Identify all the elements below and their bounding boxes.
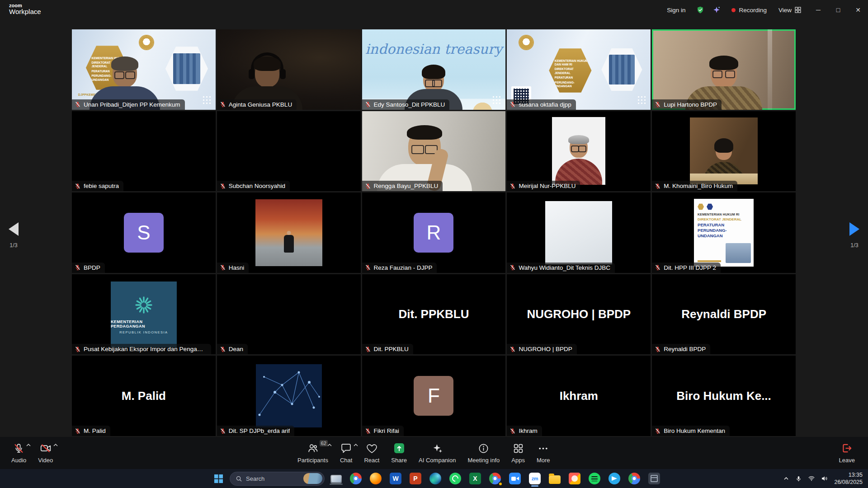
tray-chevron-up-icon[interactable]: [783, 475, 789, 482]
taskbar-chrome-icon[interactable]: [626, 470, 643, 487]
taskbar-telegram-icon[interactable]: [606, 470, 623, 487]
participant-tile[interactable]: KEMENTERIAN HUKUM DAN HAM RIDIREKTORAT J…: [507, 29, 651, 110]
participant-tile[interactable]: M. Khomaini_Biro Hukum: [652, 111, 796, 192]
minimize-button[interactable]: ─: [808, 0, 828, 20]
participant-tile[interactable]: Wahyu Widianto_Dit Teknis DJBC: [507, 192, 651, 273]
participant-name-text: Pusat Kebijakan Ekspor Impor dan Pengama…: [84, 346, 207, 352]
participant-tile[interactable]: Rengga Bayu_PPKBLU: [362, 111, 506, 192]
kemendag-logo-card: KEMENTERIAN PERDAGANGANREPUBLIK INDONESI…: [111, 282, 177, 347]
security-shield-icon[interactable]: [696, 6, 704, 14]
participant-tile[interactable]: SBPDP: [72, 192, 216, 273]
participant-tile[interactable]: Aginta Geniusa PKBLU: [217, 29, 361, 110]
participants-button[interactable]: 62 Participants: [292, 437, 334, 469]
video-options-chevron[interactable]: [53, 443, 58, 447]
taskbar-photos-icon[interactable]: [566, 470, 583, 487]
participant-tile[interactable]: NUGROHO | BPDPNUGROHO | BPDP: [507, 274, 651, 355]
muted-mic-icon: [75, 183, 81, 189]
taskbar-spotify-icon[interactable]: [586, 470, 603, 487]
participant-tile[interactable]: RReza Fauzian - DJPP: [362, 192, 506, 273]
chat-button[interactable]: Chat: [334, 437, 358, 469]
participant-tile[interactable]: Dit. PPKBLUDit. PPKBLU: [362, 274, 506, 355]
taskbar-search[interactable]: Search: [230, 472, 325, 486]
taskbar-chrome-icon[interactable]: [347, 470, 364, 487]
participant-tile[interactable]: IkhramIkhram: [507, 356, 651, 436]
close-button[interactable]: ✕: [848, 0, 868, 20]
muted-mic-icon: [655, 428, 661, 434]
participant-tile[interactable]: febie saputra: [72, 111, 216, 192]
participant-tile[interactable]: Meirijal Nur-PPKBLU: [507, 111, 651, 192]
apps-button[interactable]: Apps: [505, 437, 531, 469]
djpp-building-hexagon: [165, 45, 208, 93]
ai-companion-button[interactable]: AI Companion: [413, 437, 462, 469]
participant-name-label: Pusat Kebijakan Ekspor Impor dan Pengama…: [72, 344, 211, 354]
taskbar-clock[interactable]: 13:35 26/08/2025: [834, 471, 863, 486]
participants-options-chevron[interactable]: [327, 443, 332, 447]
chat-icon: [340, 443, 352, 454]
taskbar-word-icon[interactable]: [387, 470, 404, 487]
leave-button[interactable]: Leave: [833, 437, 861, 469]
participant-tile[interactable]: KEMENTERIAN PERDAGANGANREPUBLIK INDONESI…: [72, 274, 216, 355]
participant-name-text: M. Khomaini_Biro Hukum: [664, 183, 733, 189]
gallery-grid: KEMENTERIAN HUKUMDIREKTORAT JENDERALPERA…: [72, 29, 796, 436]
participant-tile[interactable]: Subchan Noorsyahid: [217, 111, 361, 192]
profile-photo: [255, 199, 322, 266]
sign-in-button[interactable]: Sign in: [667, 7, 685, 14]
meeting-info-button[interactable]: Meeting info: [462, 437, 505, 469]
view-button[interactable]: View: [778, 7, 801, 14]
next-arrow-icon: [849, 222, 859, 236]
tray-network-icon[interactable]: [808, 475, 815, 482]
start-button[interactable]: [210, 470, 227, 487]
ai-companion-header-icon[interactable]: [712, 6, 721, 14]
react-button[interactable]: React: [358, 437, 385, 469]
muted-mic-icon: [75, 101, 81, 108]
apps-label: Apps: [511, 457, 525, 464]
participant-tile[interactable]: KEMENTERIAN HUKUMDIREKTORAT JENDERALPERA…: [72, 29, 216, 110]
taskbar-powerpoint-icon[interactable]: [407, 470, 424, 487]
tray-microphone-icon[interactable]: [795, 475, 802, 482]
taskbar-excel-icon[interactable]: [467, 470, 484, 487]
participant-name-text: Wahyu Widianto_Dit Teknis DJBC: [519, 264, 610, 271]
djpp-virtual-background: KEMENTERIAN HUKUMDIREKTORAT JENDERALPERA…: [72, 29, 216, 110]
taskbar-zoom-cam-icon[interactable]: [506, 470, 524, 487]
zoom-workplace-logo: zoom Workplace: [9, 3, 41, 16]
more-button[interactable]: More: [531, 437, 556, 469]
network-graphic: [256, 364, 322, 427]
taskbar-whatsapp-icon[interactable]: [447, 470, 464, 487]
search-daily-image[interactable]: [303, 473, 322, 484]
taskbar-chrome-icon[interactable]: [486, 470, 504, 487]
participant-tile[interactable]: M. PalidM. Palid: [72, 356, 216, 436]
taskbar-firefox-icon[interactable]: [367, 470, 384, 487]
participant-tile[interactable]: Reynaldi BPDPReynaldi BPDP: [652, 274, 796, 355]
participant-tile[interactable]: Hasni: [217, 192, 361, 273]
video-button[interactable]: Video: [32, 437, 59, 469]
maximize-button[interactable]: □: [828, 0, 848, 20]
share-button[interactable]: Share: [385, 437, 413, 469]
taskbar-edge-icon[interactable]: [427, 470, 444, 487]
participant-tile[interactable]: indonesian treasuryEdy Santoso_Dit PPKBL…: [362, 29, 506, 110]
participant-tile[interactable]: FFikri Rifai: [362, 356, 506, 436]
taskbar-calculator-icon[interactable]: [646, 470, 663, 487]
participant-tile[interactable]: KEMENTERIAN HUKUM RIDIREKTORAT JENDERALP…: [652, 192, 796, 273]
participant-tile[interactable]: Biro Hukum Ke...Biro Hukum Kementan: [652, 356, 796, 436]
participant-name-text: Biro Hukum Kementan: [664, 427, 725, 434]
participant-person-figure: [217, 29, 339, 110]
taskbar-file-explorer-icon[interactable]: [546, 470, 563, 487]
search-icon: [236, 475, 242, 482]
apps-icon: [513, 443, 524, 454]
chat-options-chevron[interactable]: [353, 443, 359, 447]
meeting-toolbar: Audio Video 62 Participants: [0, 437, 868, 469]
taskbar-laptop-icon[interactable]: [327, 470, 344, 487]
muted-mic-icon: [75, 428, 81, 434]
participant-tile[interactable]: Lupi Hartono BPDP: [652, 29, 796, 110]
participant-tile[interactable]: Dit. SP DJPb_erda arif: [217, 356, 361, 436]
participant-tile[interactable]: Dean: [217, 274, 361, 355]
gallery-prev-page-button[interactable]: 1/3: [2, 222, 25, 249]
tray-speaker-icon[interactable]: [821, 475, 828, 482]
gallery-next-page-button[interactable]: 1/3: [843, 222, 866, 249]
audio-options-chevron[interactable]: [26, 443, 31, 447]
taskbar-zoom-zm-icon[interactable]: [526, 470, 543, 487]
participant-name-label: Rengga Bayu_PPKBLU: [362, 181, 443, 191]
participant-name-text: Unan Pribadi_Ditjen PP Kemenkum: [84, 101, 180, 108]
audio-button[interactable]: Audio: [5, 437, 32, 469]
page-indicator-left: 1/3: [9, 242, 17, 249]
